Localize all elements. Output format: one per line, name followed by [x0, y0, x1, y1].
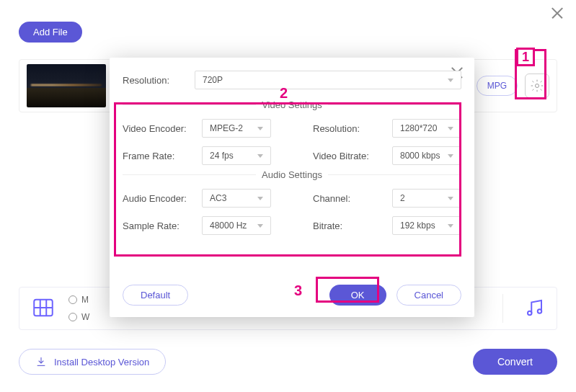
- svg-point-0: [536, 84, 539, 88]
- svg-point-6: [538, 309, 542, 313]
- radio-label-2: W: [81, 312, 89, 322]
- annotation-label-1: 1: [516, 48, 535, 66]
- add-file-button[interactable]: Add File: [19, 22, 82, 43]
- audio-settings-group: Audio Settings Audio Encoder: AC3 Channe…: [123, 169, 461, 236]
- video-settings-group: Video Settings Video Encoder: MPEG-2 Res…: [123, 99, 461, 166]
- settings-dialog: Resolution: 720P Video Settings Video En…: [110, 58, 474, 317]
- svg-point-5: [528, 311, 532, 315]
- sample-rate-label: Sample Rate:: [123, 220, 195, 231]
- ok-button[interactable]: OK: [329, 285, 386, 306]
- channel-select[interactable]: 2: [392, 189, 461, 208]
- video-thumbnail: [27, 64, 106, 107]
- frame-rate-select[interactable]: 24 fps: [202, 146, 271, 165]
- default-button[interactable]: Default: [123, 285, 188, 306]
- sample-rate-select[interactable]: 48000 Hz: [202, 216, 271, 235]
- annotation-label-2: 2: [280, 85, 288, 102]
- video-encoder-label: Video Encoder:: [123, 123, 195, 134]
- output-format-button[interactable]: MPG: [477, 76, 518, 96]
- resolution-select[interactable]: 720P: [195, 71, 461, 89]
- divider: [502, 294, 503, 323]
- video-resolution-label: Resolution:: [313, 123, 385, 134]
- chevron-down-icon: [257, 154, 263, 158]
- video-settings-title: Video Settings: [256, 99, 328, 110]
- radio-option-2[interactable]: W: [68, 312, 89, 322]
- chevron-down-icon: [448, 79, 453, 82]
- audio-encoder-label: Audio Encoder:: [123, 193, 195, 204]
- chevron-down-icon: [448, 127, 453, 130]
- radio-option-1[interactable]: M: [68, 295, 89, 305]
- chevron-down-icon: [448, 197, 453, 200]
- resolution-label: Resolution:: [123, 75, 195, 86]
- channel-label: Channel:: [313, 193, 385, 204]
- video-bitrate-label: Video Bitrate:: [313, 151, 385, 161]
- convert-button[interactable]: Convert: [473, 349, 557, 375]
- audio-encoder-select[interactable]: AC3: [202, 189, 271, 208]
- radio-group: M W: [68, 295, 89, 322]
- music-icon: [523, 297, 545, 321]
- video-resolution-select[interactable]: 1280*720: [392, 119, 461, 138]
- audio-bitrate-select[interactable]: 192 kbps: [392, 216, 461, 235]
- gear-icon: [530, 79, 544, 93]
- cancel-button[interactable]: Cancel: [396, 285, 461, 306]
- resolution-value: 720P: [203, 75, 223, 85]
- chevron-down-icon: [448, 154, 453, 158]
- window-close-icon[interactable]: [549, 4, 566, 22]
- install-desktop-button[interactable]: Install Desktop Version: [19, 349, 166, 375]
- audio-settings-title: Audio Settings: [256, 169, 328, 180]
- chevron-down-icon: [448, 224, 453, 228]
- chevron-down-icon: [257, 197, 263, 200]
- audio-bitrate-label: Bitrate:: [313, 220, 385, 231]
- chevron-down-icon: [257, 127, 263, 130]
- video-bitrate-select[interactable]: 8000 kbps: [392, 146, 461, 165]
- chevron-down-icon: [257, 224, 263, 228]
- film-icon: [31, 295, 56, 322]
- download-icon: [35, 356, 47, 368]
- video-encoder-select[interactable]: MPEG-2: [202, 119, 271, 138]
- settings-gear-button[interactable]: [525, 74, 549, 98]
- annotation-label-3: 3: [294, 282, 302, 299]
- radio-label-1: M: [81, 295, 89, 305]
- install-desktop-label: Install Desktop Version: [54, 357, 149, 368]
- frame-rate-label: Frame Rate:: [123, 151, 195, 161]
